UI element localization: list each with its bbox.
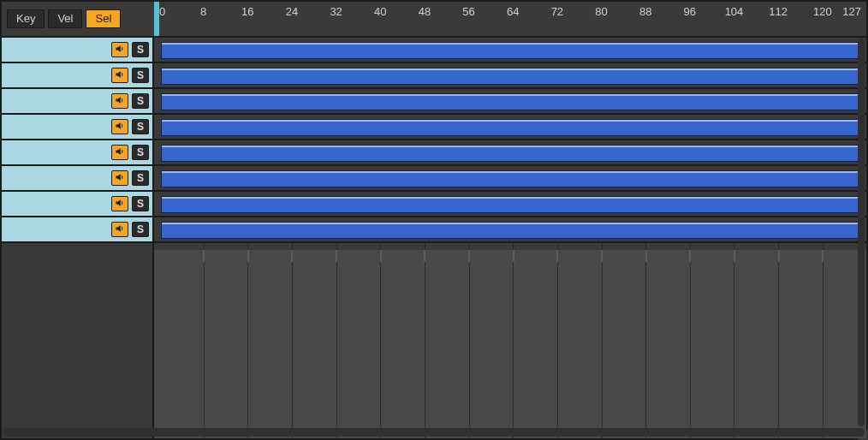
solo-button[interactable]: S bbox=[132, 119, 149, 134]
ruler-tick: 64 bbox=[507, 5, 519, 18]
sample-lane[interactable] bbox=[154, 63, 866, 89]
gridline-notch bbox=[513, 250, 514, 262]
sample-clip[interactable] bbox=[161, 93, 859, 110]
header-row: Key Vel Sel 0816243240485664728088961041… bbox=[2, 2, 866, 38]
ruler-tick: 88 bbox=[639, 5, 651, 18]
speaker-button[interactable] bbox=[111, 68, 128, 83]
gridline-lower bbox=[247, 250, 248, 438]
speaker-icon bbox=[115, 223, 125, 235]
sample-clip[interactable] bbox=[161, 196, 859, 213]
track-header[interactable]: S bbox=[2, 166, 152, 192]
lower-grid bbox=[154, 250, 866, 438]
track-header[interactable]: S bbox=[2, 140, 152, 166]
ruler-tick: 127 bbox=[842, 5, 861, 18]
gridline-notch bbox=[336, 250, 337, 262]
gridline-notch bbox=[380, 250, 382, 262]
gridline-notch bbox=[468, 250, 470, 262]
tab-sel[interactable]: Sel bbox=[86, 9, 121, 28]
gridline-lower bbox=[690, 250, 691, 438]
solo-button[interactable]: S bbox=[132, 222, 149, 237]
speaker-button[interactable] bbox=[111, 42, 128, 57]
sample-clip[interactable] bbox=[161, 222, 859, 239]
sample-lane[interactable] bbox=[154, 115, 866, 140]
speaker-icon bbox=[115, 69, 125, 81]
sample-clip[interactable] bbox=[161, 170, 859, 187]
track-header[interactable]: S bbox=[2, 192, 152, 217]
vertical-scrollbar[interactable] bbox=[858, 39, 865, 426]
gridline-lower bbox=[336, 250, 337, 438]
ruler-tick: 56 bbox=[462, 5, 474, 18]
speaker-icon bbox=[115, 198, 125, 210]
gridline-notch bbox=[645, 250, 647, 262]
solo-button[interactable]: S bbox=[132, 42, 149, 57]
solo-button[interactable]: S bbox=[132, 68, 149, 83]
sample-clip[interactable] bbox=[161, 145, 859, 162]
ruler-tick: 16 bbox=[241, 5, 253, 18]
speaker-button[interactable] bbox=[111, 93, 128, 109]
body: S S S S S bbox=[2, 38, 866, 438]
ruler-tick: 40 bbox=[374, 5, 386, 18]
ruler-tick: 0 bbox=[159, 5, 165, 18]
gridline-notch bbox=[556, 250, 558, 262]
sample-lane[interactable] bbox=[154, 89, 866, 115]
horizontal-scrollbar[interactable] bbox=[3, 428, 865, 437]
sampler-editor: Key Vel Sel 0816243240485664728088961041… bbox=[0, 0, 868, 440]
gridline-notch bbox=[203, 250, 205, 262]
sample-lane[interactable] bbox=[154, 192, 866, 217]
gridline-notch bbox=[601, 250, 603, 262]
sample-clip[interactable] bbox=[161, 42, 859, 59]
speaker-button[interactable] bbox=[111, 170, 128, 186]
ruler-tick: 48 bbox=[419, 5, 431, 18]
solo-button[interactable]: S bbox=[132, 170, 149, 186]
gridline-lower bbox=[425, 250, 425, 438]
gridline-lower bbox=[645, 250, 646, 438]
speaker-icon bbox=[115, 95, 125, 107]
solo-button[interactable]: S bbox=[132, 145, 149, 160]
gridline-notch bbox=[689, 250, 691, 262]
gridline-notch bbox=[291, 250, 293, 262]
gridline-lower bbox=[734, 250, 734, 438]
ruler-tick: 112 bbox=[769, 5, 788, 18]
speaker-icon bbox=[115, 146, 125, 158]
gridline-lower bbox=[292, 250, 293, 438]
sample-lane[interactable] bbox=[154, 140, 866, 166]
sample-lane[interactable] bbox=[154, 38, 866, 63]
gridline-lower bbox=[380, 250, 381, 438]
tab-key[interactable]: Key bbox=[7, 9, 45, 28]
sample-clip[interactable] bbox=[161, 68, 859, 85]
gridline-notch bbox=[424, 250, 425, 262]
gridline-notch bbox=[734, 250, 735, 262]
track-column-fill bbox=[2, 243, 152, 438]
speaker-icon bbox=[115, 172, 125, 184]
ruler-tick: 104 bbox=[725, 5, 744, 18]
ruler-tick: 24 bbox=[286, 5, 298, 18]
speaker-button[interactable] bbox=[111, 222, 128, 237]
gridline-lower bbox=[602, 250, 603, 438]
ruler[interactable]: 081624324048566472808896104112120127 bbox=[154, 2, 866, 36]
track-header[interactable]: S bbox=[2, 217, 152, 243]
solo-button[interactable]: S bbox=[132, 93, 149, 109]
track-header[interactable]: S bbox=[2, 115, 152, 140]
gridline-lower bbox=[513, 250, 514, 438]
sample-lane[interactable] bbox=[154, 166, 866, 192]
gridline-lower bbox=[557, 250, 558, 438]
grid-area[interactable] bbox=[154, 38, 866, 438]
tab-vel[interactable]: Vel bbox=[48, 9, 82, 28]
gridline-lower bbox=[823, 250, 823, 438]
track-header[interactable]: S bbox=[2, 38, 152, 63]
sample-lane[interactable] bbox=[154, 217, 866, 243]
speaker-button[interactable] bbox=[111, 119, 128, 134]
track-header[interactable]: S bbox=[2, 63, 152, 89]
speaker-button[interactable] bbox=[111, 145, 128, 160]
ruler-tick: 72 bbox=[551, 5, 563, 18]
gridline-lower bbox=[204, 250, 205, 438]
ruler-tick: 8 bbox=[200, 5, 206, 18]
gridline-lower bbox=[469, 250, 470, 438]
sample-clip[interactable] bbox=[161, 119, 859, 136]
speaker-button[interactable] bbox=[111, 196, 128, 211]
track-header-column: S S S S S bbox=[2, 38, 154, 438]
solo-button[interactable]: S bbox=[132, 196, 149, 211]
ruler-tick: 96 bbox=[684, 5, 696, 18]
gridline-notch bbox=[778, 250, 780, 262]
track-header[interactable]: S bbox=[2, 89, 152, 115]
